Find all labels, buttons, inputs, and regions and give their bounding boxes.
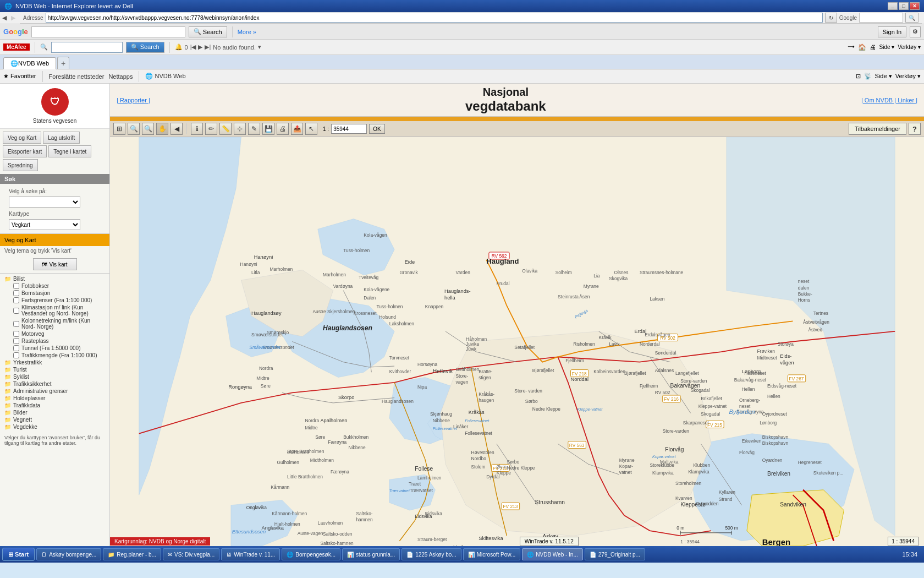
map-tool-save[interactable]: 💾 — [262, 123, 274, 135]
map-tool-info[interactable]: ℹ — [191, 123, 203, 135]
velg-soke-select[interactable] — [9, 197, 80, 208]
taskbar-item-8[interactable]: 🌐 NVDB Web - In... — [522, 548, 583, 560]
motorveg-check[interactable] — [13, 331, 19, 337]
tree-item-tunnel[interactable]: Tunnel (Fra 1:5000 000) — [13, 345, 105, 352]
scale-input[interactable] — [331, 124, 367, 134]
tree-item-yrkestrafikk[interactable]: 📁Yrkestrafikk — [4, 359, 105, 366]
address-search-btn[interactable]: 🔍 — [905, 13, 919, 23]
taskbar-item-2[interactable]: ✉ VS: Div.vegpla... — [163, 548, 219, 560]
taskbar-item-4[interactable]: 🌐 Bompengesøk... — [282, 548, 340, 560]
google-search-input[interactable] — [31, 26, 185, 37]
tree-item-fotobokser[interactable]: Fotobokser — [13, 282, 105, 290]
map-container[interactable]: RV 562 RV 502 FV 218 RV 563 FV 216 FV 21… — [110, 137, 924, 546]
karttype-select[interactable]: Vegkart — [9, 219, 80, 230]
spredning-btn[interactable]: Spredning — [3, 159, 38, 171]
help-btn[interactable]: ? — [909, 123, 921, 135]
refresh-page-btn[interactable]: ⭢ — [848, 43, 855, 51]
web-apps[interactable]: Nettapps — [108, 73, 133, 80]
map-tool-cursor[interactable]: ↖ — [305, 123, 317, 135]
rasteplass-check[interactable] — [13, 338, 19, 344]
suggested-sites[interactable]: Foreslåtte nettsteder — [49, 73, 105, 80]
klimastasjon-check[interactable] — [13, 308, 19, 314]
minimize-btn[interactable]: _ — [888, 2, 898, 10]
compat-btn[interactable]: ⊡ — [856, 73, 861, 80]
taskbar-item-5[interactable]: 📊 status grunnla... — [342, 548, 400, 560]
menu-forward-btn[interactable]: ▶ — [11, 14, 15, 21]
tegne-i-kartet-btn[interactable]: Tegne i kartet — [48, 145, 91, 157]
taskbar-item-0[interactable]: 🗒 Askøy bompenge... — [36, 548, 101, 560]
nvdb-fav[interactable]: 🌐 NVDB Web — [145, 73, 185, 80]
page-tools-btn[interactable]: Side ▾ — [875, 73, 892, 80]
ie-tools-btn[interactable]: Verktøy ▾ — [895, 73, 921, 80]
tree-item-vegdekke[interactable]: 📁Vegdekke — [4, 423, 105, 430]
veg-og-kart-btn[interactable]: Veg og Kart — [3, 132, 41, 144]
map-tool-export[interactable]: 📤 — [291, 123, 303, 135]
home-btn[interactable]: 🏠 — [858, 43, 866, 51]
tree-item-kolonnetrekning[interactable]: Kolonnetrekning m/link (Kun Nord- Norge) — [13, 317, 105, 330]
fartsgrenser-check[interactable] — [13, 297, 19, 303]
trafikkmengde-check[interactable] — [13, 352, 19, 358]
menu-back-btn[interactable]: ◀ — [2, 14, 7, 21]
start-btn[interactable]: ⊞ Start — [2, 548, 35, 561]
audio-dropdown[interactable]: ▾ — [258, 43, 261, 51]
tree-item-bomstasjon[interactable]: Bomstasjon — [13, 290, 105, 297]
search-btn[interactable]: 🔍 Search — [126, 42, 164, 53]
tree-item-fartsgrenser[interactable]: Fartsgrenser (Fra 1:100 000) — [13, 297, 105, 304]
taskbar-item-9[interactable]: 📄 279_Originalt p... — [585, 548, 645, 560]
play-btn[interactable]: ▶ — [198, 43, 202, 51]
close-btn[interactable]: ✕ — [910, 2, 920, 10]
taskbar-item-7[interactable]: 📊 Microsoft Pow... — [463, 548, 521, 560]
page-menu-btn[interactable]: Side ▾ — [879, 44, 895, 50]
tree-item-rasteplass[interactable]: Rasteplass — [13, 337, 105, 345]
tree-item-trafikkdata[interactable]: 📁Trafikkdata — [4, 402, 105, 409]
tree-item-vegnett[interactable]: 📁Vegnett — [4, 416, 105, 423]
tree-item-bilder[interactable]: 📁Bilder — [4, 409, 105, 416]
address-google-input[interactable] — [859, 13, 903, 23]
search-input[interactable] — [51, 42, 123, 53]
map-tool-pan[interactable]: ✋ — [156, 123, 168, 135]
next-btn[interactable]: ▶| — [205, 43, 211, 51]
tree-item-klimastasjon[interactable]: Klimastasjon m/ link (Kun Vestlandet og … — [13, 304, 105, 317]
tree-item-bilist[interactable]: 📁 Bilist — [4, 275, 105, 282]
tree-item-trafikksikkerhet[interactable]: 📁Trafikksikkerhet — [4, 380, 105, 388]
more-btn[interactable]: More » — [238, 29, 256, 35]
map-tool-zoom-in[interactable]: 🔍 — [128, 123, 140, 135]
print-btn[interactable]: 🖨 — [870, 43, 876, 51]
address-input[interactable] — [46, 13, 823, 23]
taskbar-item-1[interactable]: 📁 Reg.planer - b... — [103, 548, 161, 560]
sign-in-btn[interactable]: Sign In — [878, 26, 906, 37]
tree-item-turist[interactable]: 📁Turist — [4, 366, 105, 373]
tree-item-holdeplasser[interactable]: 📁Holdeplasser — [4, 395, 105, 402]
tunnel-check[interactable] — [13, 345, 19, 351]
feedback-btn[interactable]: Tilbakemeldinger — [849, 123, 906, 135]
tab-nvdb-web[interactable]: 🌐 NVDB Web — [3, 57, 56, 69]
map-tool-print[interactable]: 🖨 — [277, 123, 289, 135]
map-tool-extent[interactable]: ⊞ — [113, 123, 125, 135]
google-search-btn[interactable]: 🔍 Search — [189, 26, 227, 37]
scale-ok-btn[interactable]: OK — [369, 124, 384, 134]
tree-item-admin-grenser[interactable]: 📁Administrative grenser — [4, 388, 105, 395]
bomstasjon-check[interactable] — [13, 290, 19, 296]
title-bar-controls[interactable]: _ □ ✕ — [888, 2, 920, 10]
om-nvdb-link[interactable]: | Om NVDB | Linker | — [861, 97, 917, 103]
eksporter-kart-btn[interactable]: Eksporter kart — [3, 145, 47, 157]
tree-item-motorveg[interactable]: Motorveg — [13, 330, 105, 337]
vis-kart-btn[interactable]: 🗺 Vis kart — [33, 258, 77, 270]
map-tool-edit[interactable]: ✎ — [248, 123, 260, 135]
lag-utskrift-btn[interactable]: Lag utskrift — [43, 132, 80, 144]
favorites-btn[interactable]: ★ Favoritter — [3, 73, 36, 80]
map-tool-measure[interactable]: 📏 — [219, 123, 232, 135]
map-tool-zoom-out[interactable]: 🔍 — [142, 123, 154, 135]
tools-menu-btn[interactable]: Verktøy ▾ — [898, 44, 921, 50]
rapporter-link[interactable]: | Rapporter | — [117, 97, 150, 103]
new-tab-btn[interactable]: + — [57, 57, 69, 69]
fotobokser-check[interactable] — [13, 283, 19, 289]
map-tool-draw[interactable]: ✏ — [205, 123, 217, 135]
map-tool-back[interactable]: ◀ — [170, 123, 183, 135]
restore-btn[interactable]: □ — [899, 2, 909, 10]
taskbar-item-3[interactable]: 🖥 WinTrade v. 11... — [221, 548, 280, 560]
tree-item-trafikkmengde[interactable]: Trafikkmengde (Fra 1:100 000) — [13, 352, 105, 359]
map-tool-select[interactable]: ⊹ — [234, 123, 246, 135]
refresh-btn[interactable]: ↻ — [825, 13, 837, 23]
kolonnetrekning-check[interactable] — [13, 321, 19, 327]
